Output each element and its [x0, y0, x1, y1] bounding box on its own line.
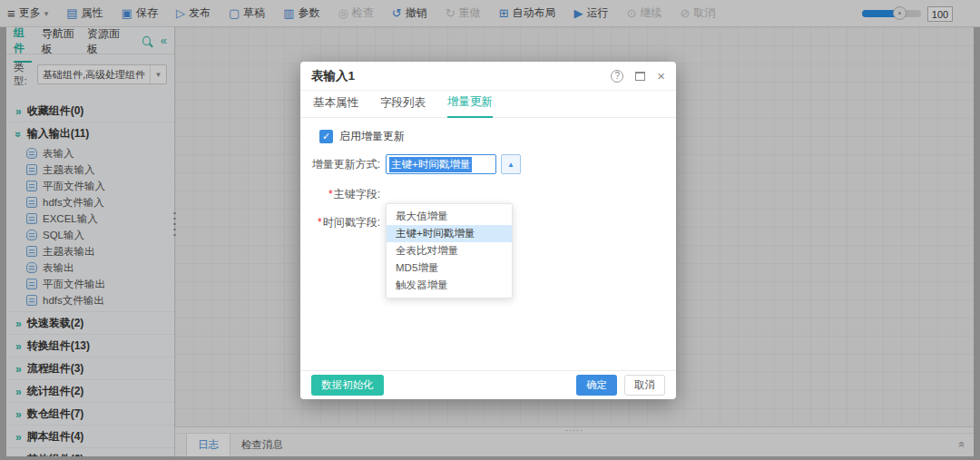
update-mode-combo: 主键+时间戳增量 ▲: [386, 154, 521, 174]
update-mode-dropdown: 最大值增量 主键+时间戳增量 全表比对增量 MD5增量 触发器增量: [386, 203, 513, 299]
combo-caret-up-icon[interactable]: ▲: [501, 154, 521, 174]
update-mode-input[interactable]: 主键+时间戳增量: [386, 154, 496, 174]
update-mode-value: 主键+时间戳增量: [389, 157, 472, 172]
data-init-button[interactable]: 数据初始化: [311, 375, 384, 396]
dialog-footer: 数据初始化 确定 取消: [300, 370, 676, 399]
required-mark: *: [318, 216, 322, 229]
required-mark: *: [328, 188, 333, 201]
tab-basic-properties[interactable]: 基本属性: [313, 95, 358, 117]
maximize-icon[interactable]: [635, 72, 645, 81]
dialog-tabs: 基本属性 字段列表 增量更新: [300, 91, 676, 118]
enable-incremental-checkbox[interactable]: ✓: [319, 130, 333, 143]
option-full-table-compare[interactable]: 全表比对增量: [387, 242, 512, 259]
close-icon[interactable]: ×: [657, 69, 665, 83]
dialog-header: 表输入1 ? ×: [300, 62, 676, 91]
tab-field-list[interactable]: 字段列表: [380, 95, 426, 117]
cancel-button[interactable]: 取消: [624, 375, 665, 396]
enable-incremental-row: ✓ 启用增量更新: [319, 129, 665, 144]
enable-incremental-label: 启用增量更新: [339, 129, 405, 144]
option-pk-timestamp[interactable]: 主键+时间戳增量: [387, 225, 512, 242]
option-md5[interactable]: MD5增量: [387, 259, 512, 277]
option-max-value[interactable]: 最大值增量: [387, 208, 512, 225]
update-mode-row: 增量更新方式: 主键+时间戳增量 ▲: [311, 154, 665, 174]
help-icon[interactable]: ?: [611, 70, 623, 83]
tab-incremental-update[interactable]: 增量更新: [447, 94, 493, 118]
option-trigger[interactable]: 触发器增量: [387, 277, 512, 294]
primary-key-row: *主键字段:: [311, 187, 665, 202]
table-input-dialog: 表输入1 ? × 基本属性 字段列表 增量更新 ✓ 启用增量更新 增量更新方式:…: [300, 62, 676, 399]
timestamp-label: *时间戳字段:: [311, 215, 380, 230]
ok-button[interactable]: 确定: [576, 375, 617, 396]
primary-key-label: *主键字段:: [311, 187, 380, 202]
update-mode-label: 增量更新方式:: [311, 157, 380, 172]
dialog-body: ✓ 启用增量更新 增量更新方式: 主键+时间戳增量 ▲ *主键字段: *时间戳字…: [300, 118, 676, 230]
dialog-title: 表输入1: [311, 68, 611, 84]
